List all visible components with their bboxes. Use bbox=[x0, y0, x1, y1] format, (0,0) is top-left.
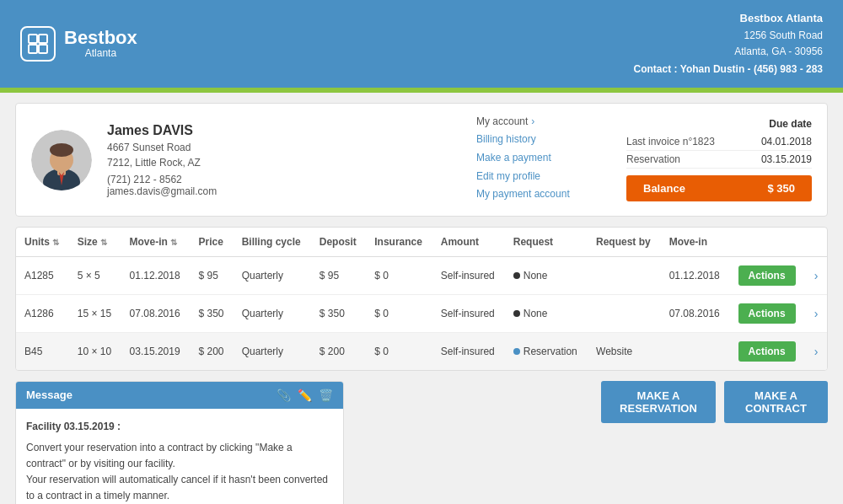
profile-card: James DAVIS 4667 Sunset Road 7212, Littl… bbox=[15, 103, 828, 216]
cell-movein2: 07.08.2016 bbox=[661, 294, 730, 332]
col-chevron bbox=[806, 228, 827, 257]
message-card: Message 📎 ✏️ 🗑️ Facility 03.15.2019 : Co… bbox=[15, 381, 344, 504]
company-info: Bestbox Atlanta 1256 South Road Atlanta,… bbox=[633, 10, 823, 78]
cell-requestby: Website bbox=[588, 332, 661, 370]
profile-info: James DAVIS 4667 Sunset Road 7212, Littl… bbox=[107, 123, 461, 197]
logo-icon bbox=[20, 26, 56, 62]
cell-price: $ 350 bbox=[190, 294, 233, 332]
cell-request: None bbox=[505, 294, 588, 332]
col-requestby: Request by bbox=[588, 228, 661, 257]
col-actions bbox=[730, 228, 806, 257]
profile-address2: 7212, Little Rock, AZ bbox=[107, 155, 461, 170]
table-row: A1286 15 × 15 07.08.2016 $ 350 Quarterly… bbox=[16, 294, 827, 332]
message-title: Message bbox=[26, 389, 72, 401]
cell-deposit: $ 200 bbox=[311, 332, 367, 370]
reservation-row: Reservation 03.15.2019 bbox=[626, 151, 812, 169]
cell-actions[interactable]: Actions bbox=[730, 294, 806, 332]
table-row: A1285 5 × 5 01.12.2018 $ 95 Quarterly $ … bbox=[16, 256, 827, 294]
balance-label: Balance bbox=[643, 182, 685, 195]
col-billing: Billing cycle bbox=[234, 228, 311, 257]
cell-price: $ 200 bbox=[190, 332, 233, 370]
cell-billing: Quarterly bbox=[234, 332, 311, 370]
table-row: B45 10 × 10 03.15.2019 $ 200 Quarterly $… bbox=[16, 332, 827, 370]
col-amount: Amount bbox=[432, 228, 505, 257]
cell-amount: Self-insured bbox=[432, 332, 505, 370]
cell-amount: Self-insured bbox=[432, 294, 505, 332]
cell-insurance: $ 0 bbox=[366, 332, 432, 370]
balance-button[interactable]: Balance $ 350 bbox=[626, 175, 812, 201]
cell-request: Reservation bbox=[505, 332, 588, 370]
svg-rect-0 bbox=[29, 35, 37, 43]
cell-movein2 bbox=[661, 332, 730, 370]
col-movein: Move-in ⇅ bbox=[121, 228, 191, 257]
cell-deposit: $ 350 bbox=[311, 294, 367, 332]
action-buttons: MAKE A RESERVATION MAKE A CONTRACT bbox=[601, 381, 828, 423]
make-contract-button[interactable]: MAKE A CONTRACT bbox=[724, 381, 828, 423]
cell-unit: B45 bbox=[16, 332, 69, 370]
cell-size: 15 × 15 bbox=[69, 294, 121, 332]
make-payment-link[interactable]: Make a payment bbox=[476, 149, 611, 168]
cell-billing: Quarterly bbox=[234, 294, 311, 332]
col-size: Size ⇅ bbox=[69, 228, 121, 257]
profile-email: james.davis@gmail.com bbox=[107, 185, 461, 197]
attach-icon[interactable]: 📎 bbox=[277, 389, 291, 402]
contact-info: Contact : Yohan Dustin - (456) 983 - 283 bbox=[633, 62, 823, 78]
cell-actions[interactable]: Actions bbox=[730, 332, 806, 370]
account-links: My account › Billing history Make a paym… bbox=[476, 115, 611, 203]
actions-button[interactable]: Actions bbox=[738, 265, 796, 286]
profile-name: James DAVIS bbox=[107, 123, 461, 138]
col-movein2: Move-in bbox=[661, 228, 730, 257]
message-icons: 📎 ✏️ 🗑️ bbox=[277, 389, 333, 402]
edit-icon[interactable]: ✏️ bbox=[298, 389, 312, 402]
actions-button[interactable]: Actions bbox=[738, 341, 796, 362]
message-header: Message 📎 ✏️ 🗑️ bbox=[16, 382, 343, 409]
cell-insurance: $ 0 bbox=[366, 256, 432, 294]
bottom-section: Message 📎 ✏️ 🗑️ Facility 03.15.2019 : Co… bbox=[15, 381, 828, 504]
reservation-date: 03.15.2019 bbox=[761, 153, 812, 165]
col-units: Units ⇅ bbox=[16, 228, 69, 257]
billing-history-link[interactable]: Billing history bbox=[476, 131, 611, 149]
green-accent-bar bbox=[0, 88, 843, 93]
delete-icon[interactable]: 🗑️ bbox=[319, 389, 333, 402]
cell-deposit: $ 95 bbox=[311, 256, 367, 294]
units-table: Units ⇅ Size ⇅ Move-in ⇅ Price Billing c… bbox=[15, 227, 828, 371]
my-account-label: My account bbox=[476, 115, 528, 127]
cell-movein2: 01.12.2018 bbox=[661, 256, 730, 294]
reservation-label: Reservation bbox=[626, 153, 680, 165]
payment-account-link[interactable]: My payment account bbox=[476, 185, 611, 204]
cell-price: $ 95 bbox=[190, 256, 233, 294]
cell-unit: A1286 bbox=[16, 294, 69, 332]
cell-unit: A1285 bbox=[16, 256, 69, 294]
svg-rect-3 bbox=[39, 45, 47, 53]
last-invoice-date: 04.01.2018 bbox=[761, 136, 812, 147]
cell-chevron[interactable]: › bbox=[806, 332, 827, 370]
cell-movein: 03.15.2019 bbox=[121, 332, 191, 370]
svg-point-8 bbox=[50, 143, 73, 157]
make-reservation-button[interactable]: MAKE A RESERVATION bbox=[601, 381, 716, 423]
edit-profile-link[interactable]: Edit my profile bbox=[476, 168, 611, 186]
due-date-label: Due date bbox=[626, 118, 812, 130]
table-header: Units ⇅ Size ⇅ Move-in ⇅ Price Billing c… bbox=[16, 228, 827, 257]
col-deposit: Deposit bbox=[311, 228, 367, 257]
col-insurance: Insurance bbox=[366, 228, 432, 257]
actions-button[interactable]: Actions bbox=[738, 303, 796, 324]
last-invoice-row: Last invoice n°1823 04.01.2018 bbox=[626, 133, 812, 151]
cell-actions[interactable]: Actions bbox=[730, 256, 806, 294]
header: Bestbox Atlanta Bestbox Atlanta 1256 Sou… bbox=[0, 0, 843, 88]
cell-requestby bbox=[588, 294, 661, 332]
cell-size: 5 × 5 bbox=[69, 256, 121, 294]
svg-rect-1 bbox=[39, 35, 47, 43]
cell-billing: Quarterly bbox=[234, 256, 311, 294]
cell-movein: 07.08.2016 bbox=[121, 294, 191, 332]
logo-text: Bestbox Atlanta bbox=[64, 29, 137, 59]
invoice-section: Due date Last invoice n°1823 04.01.2018 … bbox=[626, 118, 812, 201]
cell-amount: Self-insured bbox=[432, 256, 505, 294]
cell-chevron[interactable]: › bbox=[806, 256, 827, 294]
cell-request: None bbox=[505, 256, 588, 294]
profile-address1: 4667 Sunset Road bbox=[107, 140, 461, 155]
profile-phone: (721) 212 - 8562 bbox=[107, 174, 461, 185]
last-invoice-label: Last invoice n°1823 bbox=[626, 136, 715, 147]
cell-chevron[interactable]: › bbox=[806, 294, 827, 332]
col-price: Price bbox=[190, 228, 233, 257]
message-body: Facility 03.15.2019 : Convert your reser… bbox=[16, 409, 343, 504]
